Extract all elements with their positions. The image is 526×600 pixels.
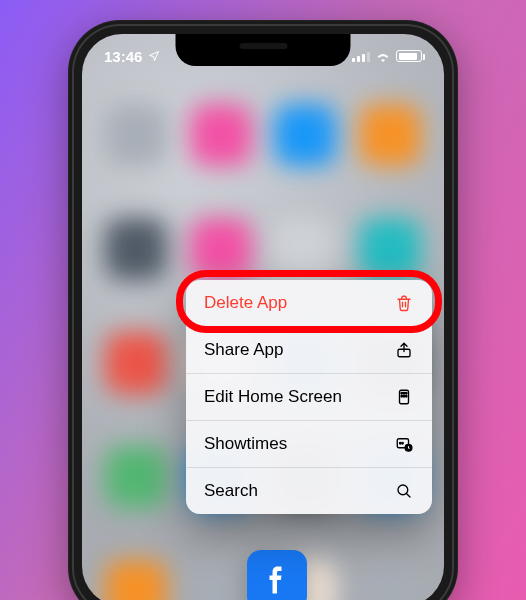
phone-notch	[176, 34, 351, 66]
menu-item-edit-home-screen[interactable]: Edit Home Screen	[186, 374, 432, 421]
search-icon	[394, 481, 414, 501]
menu-item-share-app[interactable]: Share App	[186, 327, 432, 374]
share-icon	[394, 340, 414, 360]
battery-icon	[396, 50, 422, 62]
facebook-icon	[259, 562, 295, 598]
svg-line-13	[406, 493, 410, 497]
svg-point-7	[406, 396, 408, 398]
svg-point-4	[406, 393, 408, 395]
menu-item-label: Search	[204, 481, 258, 501]
apps-icon	[394, 387, 414, 407]
svg-point-10	[402, 443, 404, 445]
menu-item-label: Share App	[204, 340, 283, 360]
menu-item-delete-app[interactable]: Delete App	[186, 280, 432, 327]
svg-point-3	[403, 393, 405, 395]
facebook-app-icon[interactable]	[247, 550, 307, 600]
ticket-icon	[394, 434, 414, 454]
svg-point-6	[403, 396, 405, 398]
cellular-signal-icon	[352, 50, 370, 62]
status-time: 13:46	[104, 48, 142, 65]
wifi-icon	[375, 50, 391, 62]
menu-item-label: Showtimes	[204, 434, 287, 454]
phone-screen: 13:46	[82, 34, 444, 600]
iphone-device-frame: 13:46	[68, 20, 458, 600]
menu-item-label: Delete App	[204, 293, 287, 313]
app-context-menu: Delete App Share App Edit Home Screen Sh…	[186, 280, 432, 514]
svg-point-5	[401, 396, 403, 398]
trash-icon	[394, 293, 414, 313]
menu-item-showtimes[interactable]: Showtimes	[186, 421, 432, 468]
menu-item-label: Edit Home Screen	[204, 387, 342, 407]
svg-point-9	[400, 443, 402, 445]
menu-item-search[interactable]: Search	[186, 468, 432, 514]
svg-point-2	[401, 393, 403, 395]
location-arrow-icon	[148, 48, 160, 65]
